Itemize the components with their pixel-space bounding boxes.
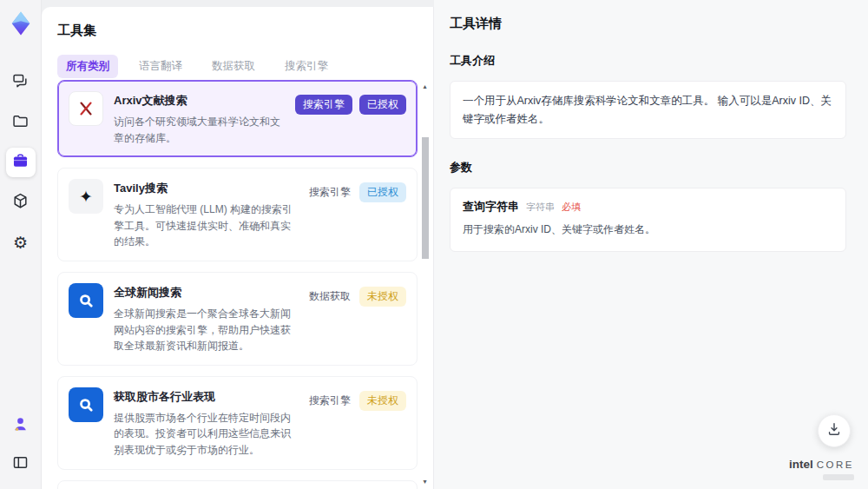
tool-name: Arxiv文献搜索 [114, 93, 285, 109]
param-name: 查询字符串 [463, 199, 519, 215]
scroll-down-icon[interactable]: ▾ [420, 479, 430, 486]
tool-card[interactable]: 全球新闻搜索 全球新闻搜索是一个聚合全球各大新闻网站内容的搜索引擎，帮助用户快速… [57, 272, 418, 366]
collapse-sidebar-button[interactable] [6, 449, 36, 479]
param-required-badge: 必填 [562, 201, 581, 214]
tool-list: Arxiv文献搜索 访问各个研究领域大量科学论文和文章的存储库。 搜索引擎已授权… [57, 80, 418, 489]
param-description: 用于搜索的Arxiv ID、关键字或作者姓名。 [463, 222, 833, 237]
toolset-title: 工具集 [57, 23, 423, 39]
download-button[interactable] [818, 414, 851, 447]
brand-subtext-bar [823, 474, 854, 480]
app-root: ⚙ [0, 0, 868, 489]
tool-description: 全球新闻搜索是一个聚合全球各大新闻网站内容的搜索引擎，帮助用户快速获取全球最新资… [114, 306, 297, 354]
category-tab[interactable]: 搜索引擎 [276, 55, 337, 78]
tool-list-container: Arxiv文献搜索 访问各个研究领域大量科学论文和文章的存储库。 搜索引擎已授权… [57, 80, 430, 489]
tool-card[interactable]: 获取市场最活跃股票信息 提供当天交易量最高的股票列表，投资者可以利用这些信息来识… [57, 480, 418, 489]
sidebar-item-tools[interactable] [6, 148, 36, 177]
params-heading: 参数 [450, 160, 846, 175]
tool-name: 获取股市各行业表现 [114, 389, 297, 405]
tool-status-badge: 已授权 [359, 95, 406, 115]
news-search-icon [69, 283, 103, 318]
tool-category-badge: 搜索引擎 [307, 391, 352, 411]
news-search-icon [69, 387, 103, 422]
tool-category-badge: 数据获取 [307, 287, 352, 307]
sidebar-rail: ⚙ [0, 0, 42, 489]
intel-wordmark: intel [789, 458, 813, 471]
scrollbar-thumb[interactable] [422, 137, 429, 259]
tool-category-badge: 搜索引擎 [295, 95, 352, 115]
tool-status-badge: 未授权 [359, 391, 406, 411]
category-tab[interactable]: 数据获取 [203, 55, 264, 78]
tool-name: Tavily搜索 [114, 181, 297, 196]
tool-intro-card: 一个用于从Arxiv存储库搜索科学论文和文章的工具。 输入可以是Arxiv ID… [450, 81, 846, 139]
sidebar-item-files[interactable] [6, 108, 36, 137]
sidebar-item-packages[interactable] [6, 188, 36, 217]
tool-card[interactable]: 获取股市各行业表现 提供股票市场各个行业在特定时间段内的表现。投资者可以利用这些… [57, 376, 418, 470]
tool-description: 提供股票市场各个行业在特定时间段内的表现。投资者可以利用这些信息来识别表现优于或… [114, 410, 297, 459]
toolset-panel: 工具集 所有类别语言翻译数据获取搜索引擎 Arxiv文献搜索 访问各个研究领域大… [42, 7, 434, 489]
tool-status-badge: 未授权 [359, 287, 406, 307]
briefcase-icon [11, 152, 30, 173]
param-type: 字符串 [526, 201, 555, 214]
scroll-up-icon[interactable]: ▴ [420, 83, 430, 90]
category-tab[interactable]: 语言翻译 [130, 55, 191, 78]
sidebar-item-chat[interactable] [6, 68, 36, 97]
sidebar-nav: ⚙ [6, 68, 36, 257]
tool-details-panel: 工具详情 工具介绍 一个用于从Arxiv存储库搜索科学论文和文章的工具。 输入可… [434, 0, 868, 489]
user-avatar[interactable] [6, 411, 36, 440]
core-wordmark: core [817, 459, 854, 470]
category-tabs: 所有类别语言翻译数据获取搜索引擎 [57, 55, 423, 78]
sidebar-item-settings[interactable]: ⚙ [6, 228, 36, 257]
gear-icon: ⚙ [13, 235, 28, 251]
download-icon [825, 420, 843, 441]
tool-description: 访问各个研究领域大量科学论文和文章的存储库。 [114, 114, 285, 146]
chat-icon [11, 72, 30, 93]
arxiv-icon [69, 91, 103, 126]
tool-card[interactable]: Arxiv文献搜索 访问各个研究领域大量科学论文和文章的存储库。 搜索引擎已授权 [57, 80, 418, 157]
app-logo-icon [7, 9, 35, 38]
details-title: 工具详情 [450, 16, 846, 32]
intro-heading: 工具介绍 [450, 53, 846, 69]
sidebar-bottom [6, 411, 36, 479]
tool-category-badge: 搜索引擎 [307, 182, 352, 202]
folder-icon [11, 112, 30, 133]
panel-toggle-icon [11, 453, 30, 474]
user-icon [11, 415, 30, 436]
intel-core-logo: intelcore [789, 456, 854, 480]
parameter-card: 查询字符串 字符串 必填 用于搜索的Arxiv ID、关键字或作者姓名。 [450, 188, 846, 252]
list-scrollbar[interactable]: ▴ ▾ [420, 83, 430, 486]
category-tab[interactable]: 所有类别 [57, 55, 118, 78]
cube-icon [11, 192, 30, 213]
tool-status-badge: 已授权 [359, 182, 406, 202]
tool-name: 全球新闻搜索 [114, 285, 297, 301]
tool-card[interactable]: ✦ Tavily搜索 专为人工智能代理 (LLM) 构建的搜索引擎工具。可快速提… [57, 168, 418, 261]
tool-description: 专为人工智能代理 (LLM) 构建的搜索引擎工具。可快速提供实时、准确和真实的结… [114, 202, 297, 250]
tavily-icon: ✦ [69, 179, 103, 214]
